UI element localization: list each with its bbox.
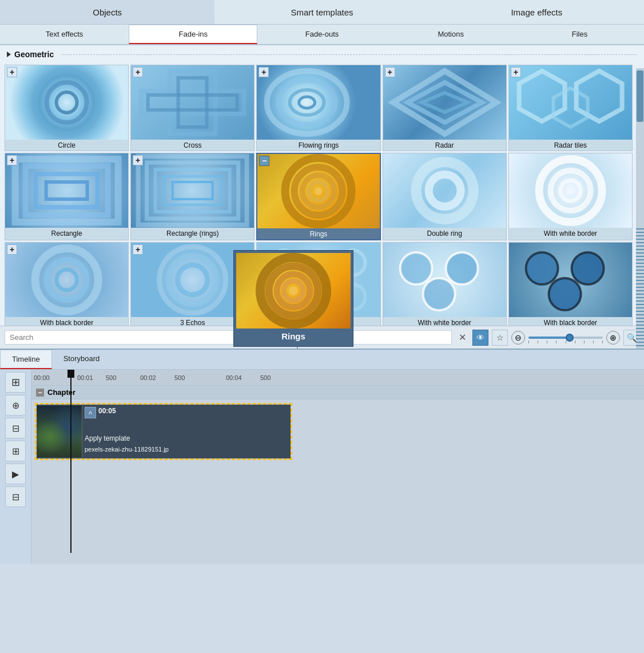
effect-item-cross[interactable]: + Cross [130,65,255,151]
effect-item-double-ring[interactable]: Double ring [383,153,507,240]
effect-item-rectangle[interactable]: + Rectangle [5,153,129,240]
zoom-in-btn[interactable]: ⊕ [606,331,620,345]
clip-selection-area: A 00:05 Apply template pexels-zekai-zhu-… [35,403,292,460]
add-btn-radar-tiles[interactable]: + [511,67,521,77]
svg-point-38 [57,270,77,290]
apply-template-label: Apply template [85,434,130,442]
zoom-slider-track[interactable] [528,337,603,339]
effect-label-with-white-border: With white border [509,228,632,239]
tooltip-popup: Rings [233,250,353,347]
scrollbar-track[interactable] [636,68,644,349]
timeline-content: 00:00 00:01 500 00:02 500 00:04 500 − Ch… [31,370,644,564]
effect-thumb-cross [131,65,254,140]
tab-fade-ins[interactable]: Fade-ins [129,25,257,44]
svg-marker-13 [422,93,467,112]
effect-thumb-rings [257,154,379,228]
playhead[interactable] [70,370,71,553]
tab-objects[interactable]: Objects [0,0,214,24]
effect-item-rings[interactable]: − Rings [256,153,380,240]
tab-text-effects[interactable]: Text effects [0,25,129,44]
effect-label-radar: Radar [383,140,506,151]
tool-icon-2[interactable]: ⊕ [5,395,26,415]
effect-item-with-black-border-2[interactable]: With black border [508,242,633,329]
effect-label-rings: Rings [257,228,379,239]
effect-label-rectangle: Rectangle [5,228,128,239]
tooltip-thumb [236,253,351,329]
tab-files[interactable]: Files [515,25,644,44]
effect-thumb-double-ring [383,153,506,228]
eye-btn[interactable]: 👁 [472,330,488,346]
tool-icon-4[interactable]: ⊞ [5,441,26,461]
top-panel: Objects Smart templates Image effects Te… [0,0,644,45]
zoom-out-btn[interactable]: ⊖ [511,331,525,345]
svg-rect-6 [148,95,237,110]
add-btn-3-echos[interactable]: + [133,244,143,255]
search-input[interactable] [5,330,452,345]
effect-thumb-black-border-2 [509,243,632,317]
svg-marker-16 [553,88,587,127]
svg-point-1 [47,82,87,122]
add-btn-black-border[interactable]: + [7,244,17,255]
tab-smart-templates[interactable]: Smart templates [214,0,429,24]
chapter-minus-btn[interactable]: − [36,389,44,397]
svg-point-8 [279,81,336,124]
tab-fade-outs[interactable]: Fade-outs [257,25,386,44]
svg-rect-25 [173,182,213,199]
effect-item-with-white-border[interactable]: With white border [508,153,633,240]
svg-rect-20 [46,182,88,199]
svg-point-10 [299,97,315,108]
add-btn-circle[interactable]: + [7,67,17,77]
add-btn-flowing-rings[interactable]: + [259,67,269,77]
tool-icon-5[interactable]: ▶ [5,464,26,484]
svg-rect-5 [178,78,207,127]
effect-label-double-ring: Double ring [383,228,506,239]
svg-point-2 [57,92,77,113]
tab-motions[interactable]: Motions [387,25,515,44]
effect-item-with-black-border[interactable]: + With black border [5,242,129,329]
svg-point-35 [560,180,581,201]
effect-item-rectangle-rings[interactable]: + Rectangle (rings) [130,153,255,240]
bottom-panel: Timeline Storyboard ⊞ ⊕ ⊟ ⊞ ▶ ⊟ 00:00 [0,349,644,653]
tool-icon-6[interactable]: ⊟ [5,486,26,507]
section-title: Geometric [14,50,54,59]
effect-item-circle[interactable]: + Circle [5,65,129,151]
effect-item-with-white-border-2[interactable]: With white border [383,242,507,329]
effect-thumb-rectangle [5,153,128,228]
content-area: Geometric + Circle [0,45,644,349]
tool-icon-1[interactable]: ⊞ [5,372,26,393]
effect-thumb-black-border [5,243,128,317]
svg-point-30 [315,187,323,195]
add-btn-radar[interactable]: + [385,67,395,77]
star-btn[interactable]: ☆ [492,330,508,346]
effect-item-radar[interactable]: + Radar [383,65,507,151]
clear-search-btn[interactable]: ✕ [455,331,469,345]
effect-label-cross: Cross [131,140,254,151]
time-ruler: 00:00 00:01 500 00:02 500 00:04 500 [31,370,644,386]
effect-label-rectangle-rings: Rectangle (rings) [131,228,254,239]
tab-image-effects[interactable]: Image effects [430,0,644,24]
collapse-icon[interactable] [7,52,11,57]
svg-point-9 [290,90,324,115]
scrollbar-thumb[interactable] [637,70,643,122]
add-btn-cross[interactable]: + [133,67,143,77]
effect-thumb-white-border [509,153,632,228]
effect-item-radar-tiles[interactable]: + Radar tiles [508,65,633,151]
remove-btn-rings[interactable]: − [259,156,269,166]
scrollbar-lines [636,228,644,349]
effect-label-radar-tiles: Radar tiles [509,140,632,151]
effect-thumb-circle [5,65,128,140]
playhead-head [67,370,74,378]
tab-storyboard[interactable]: Storyboard [52,350,112,369]
effect-item-flowing-rings[interactable]: + Flowing rings [256,65,380,151]
clip-duration: 00:05 [98,407,116,415]
add-btn-rectangle[interactable]: + [7,155,17,165]
chapter-row: − Chapter [31,386,644,399]
tool-icon-3[interactable]: ⊟ [5,418,26,438]
clip-track[interactable]: A 00:05 Apply template pexels-zekai-zhu-… [37,405,291,458]
svg-point-66 [289,286,298,295]
effect-thumb-radar-tiles [509,65,632,140]
clip-filename: pexels-zekai-zhu-11829151.jp [85,446,169,453]
add-btn-rectangle-rings[interactable]: + [133,155,143,165]
tab-timeline[interactable]: Timeline [0,350,52,369]
effect-label-circle: Circle [5,140,128,151]
